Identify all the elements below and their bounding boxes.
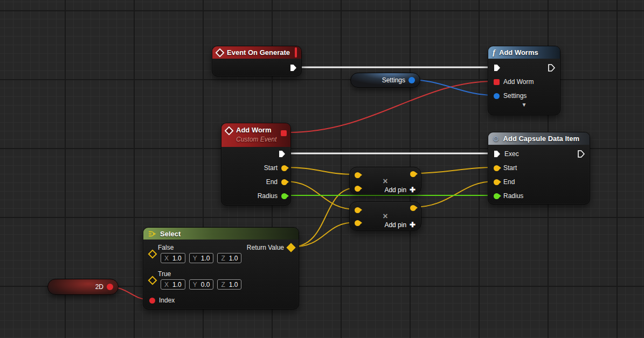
vector-wire-mult2-to-end[interactable] xyxy=(413,181,494,207)
node-multiply-bottom[interactable]: × Add pin ✚ xyxy=(349,201,421,231)
node-title: Add Worms xyxy=(499,48,538,57)
custom-event-icon xyxy=(225,126,234,136)
node-add-worm-custom-event[interactable]: Add Worm Custom Event Start End Radius xyxy=(221,123,291,206)
node-multiply-top[interactable]: × Add pin ✚ xyxy=(349,167,421,195)
z-value: 1.0 xyxy=(229,255,238,262)
pin-label: End xyxy=(503,178,515,186)
node-select[interactable]: Select False X1.0 Y1.0 Z1.0 True X1.0 Y0… xyxy=(143,227,299,309)
z-label: Z xyxy=(221,255,225,262)
vector-out-pin[interactable] xyxy=(410,205,416,211)
vector-wire-mult1-to-start[interactable] xyxy=(413,167,494,173)
node-add-worms[interactable]: f Add Worms Add Worm Settings ▼ xyxy=(488,46,560,115)
add-pin-label: Add pin xyxy=(384,186,406,194)
z-label: Z xyxy=(221,281,225,288)
pin-label: Settings xyxy=(503,92,527,100)
y-field[interactable]: Y0.0 xyxy=(189,279,214,290)
event-icon xyxy=(216,48,225,57)
exec-out-pin[interactable] xyxy=(577,150,585,158)
vector-out-pin-start[interactable] xyxy=(281,165,287,171)
y-field[interactable]: Y1.0 xyxy=(189,253,214,263)
add-pin-button[interactable]: Add pin ✚ xyxy=(384,186,416,194)
vector-out-pin-end[interactable] xyxy=(281,179,287,185)
exec-in-pin[interactable] xyxy=(493,150,501,158)
collapse-chevron-icon[interactable]: ▼ xyxy=(488,102,560,108)
plus-icon: ✚ xyxy=(410,186,416,194)
node-title: Add Capsule Data Item xyxy=(503,135,580,143)
blueprint-graph-canvas[interactable]: Event On Generate f Add Worms Add Worm S… xyxy=(0,0,644,338)
y-label: Y xyxy=(193,281,197,288)
object-out-pin[interactable] xyxy=(408,77,415,83)
multiply-operator-icon: × xyxy=(350,212,421,221)
wildcard-in-pin-false[interactable] xyxy=(148,250,157,259)
x-label: X xyxy=(164,255,169,262)
vector-wire-return-to-mult1[interactable] xyxy=(291,188,356,247)
node-title: Add Worm xyxy=(236,125,276,135)
delegate-pin-hollow[interactable] xyxy=(295,47,297,58)
z-value: 1.0 xyxy=(229,281,238,288)
y-label: Y xyxy=(193,255,197,262)
add-pin-label: Add pin xyxy=(384,221,406,229)
object-in-pin[interactable] xyxy=(494,93,500,99)
pin-label: Return Value xyxy=(247,244,284,251)
add-capsule-header[interactable]: ⚙ Add Capsule Data Item xyxy=(488,132,590,145)
vector-wire-return-to-mult2[interactable] xyxy=(291,222,356,247)
pin-label: Radius xyxy=(258,192,278,200)
true-vector-fields: X1.0 Y0.0 Z1.0 xyxy=(161,279,241,290)
node-subtitle: Custom Event xyxy=(236,135,276,144)
pin-label: Index xyxy=(159,297,175,304)
x-field[interactable]: X1.0 xyxy=(161,253,185,263)
gear-icon: ⚙ xyxy=(493,135,500,143)
exec-out-pin[interactable] xyxy=(548,64,555,72)
plus-icon: ✚ xyxy=(410,221,416,229)
node-settings-getter[interactable]: Settings xyxy=(350,73,420,88)
x-value: 1.0 xyxy=(172,255,182,262)
add-worms-header[interactable]: f Add Worms xyxy=(488,46,560,59)
variable-label: Settings xyxy=(382,76,405,84)
pin-label-true: True xyxy=(158,270,171,278)
select-header[interactable]: Select xyxy=(143,228,299,240)
wildcard-in-pin-true[interactable] xyxy=(148,276,157,285)
event-on-generate-header[interactable]: Event On Generate xyxy=(212,46,301,59)
false-vector-fields: X1.0 Y1.0 Z1.0 xyxy=(161,253,241,263)
exec-out-pin[interactable] xyxy=(278,150,286,158)
add-worm-header[interactable]: Add Worm Custom Event xyxy=(221,123,290,147)
vector-wire-start-to-mult1[interactable] xyxy=(286,167,356,174)
z-field[interactable]: Z1.0 xyxy=(217,279,241,290)
x-value: 1.0 xyxy=(172,281,182,288)
pin-label: Start xyxy=(264,164,278,172)
add-pin-button[interactable]: Add pin ✚ xyxy=(384,221,416,229)
multiply-operator-icon: × xyxy=(350,177,421,186)
delegate-in-pin[interactable] xyxy=(494,79,500,85)
x-label: X xyxy=(164,281,169,288)
float-in-pin-radius[interactable] xyxy=(494,193,500,199)
exec-in-pin[interactable] xyxy=(493,64,501,72)
pin-label: Add Worm xyxy=(503,78,534,86)
node-event-on-generate[interactable]: Event On Generate xyxy=(212,46,302,76)
delegate-wire-addworm-event[interactable] xyxy=(289,81,494,132)
node-title: Event On Generate xyxy=(227,48,290,57)
bool-in-pin-index[interactable] xyxy=(149,298,155,304)
z-field[interactable]: Z1.0 xyxy=(217,253,241,263)
node-2d-getter[interactable]: 2D xyxy=(47,279,119,295)
vector-in-pin-start[interactable] xyxy=(494,165,500,171)
vector-in-pin-end[interactable] xyxy=(494,179,500,185)
vector-in-pin-b[interactable] xyxy=(355,186,361,192)
exec-out-pin[interactable] xyxy=(289,64,297,72)
float-out-pin-radius[interactable] xyxy=(281,193,287,199)
pin-label: Radius xyxy=(503,192,523,200)
x-field[interactable]: X1.0 xyxy=(161,279,185,290)
function-icon: f xyxy=(493,48,495,57)
wildcard-out-pin-return[interactable] xyxy=(287,243,296,252)
bool-out-pin[interactable] xyxy=(107,284,113,290)
select-icon xyxy=(148,230,156,237)
pin-label-false: False xyxy=(158,244,174,251)
delegate-out-pin[interactable] xyxy=(281,130,287,136)
vector-out-pin[interactable] xyxy=(410,171,416,177)
variable-label: 2D xyxy=(95,283,103,291)
pin-label: Exec xyxy=(504,150,519,158)
node-add-capsule-data-item[interactable]: ⚙ Add Capsule Data Item Exec Start End R… xyxy=(488,132,590,205)
y-value: 1.0 xyxy=(201,255,210,262)
pin-label: End xyxy=(266,178,278,186)
y-value: 0.0 xyxy=(201,281,210,288)
node-title: Select xyxy=(160,230,181,238)
